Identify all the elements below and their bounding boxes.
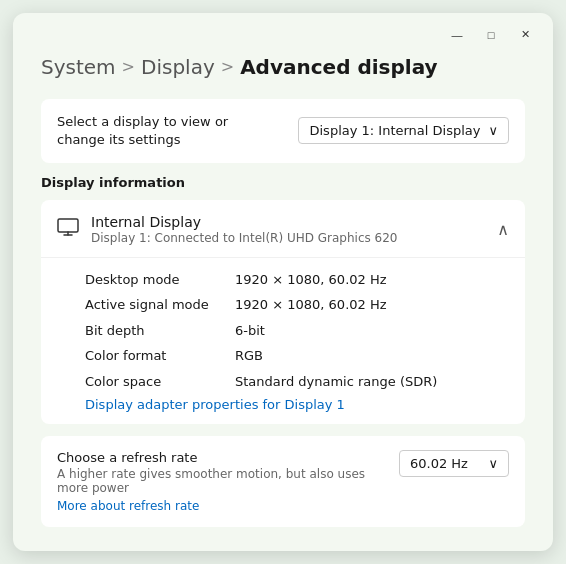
display-information-section: Display information Internal	[41, 175, 525, 425]
display-selector-label: Select a display to view or change its s…	[57, 113, 257, 149]
breadcrumb-current: Advanced display	[240, 55, 437, 79]
detail-row-signal-mode: Active signal mode 1920 × 1080, 60.02 Hz	[85, 295, 509, 315]
breadcrumb-separator-1: >	[122, 57, 135, 76]
refresh-description: A higher rate gives smoother motion, but…	[57, 467, 399, 495]
detail-row-color-format: Color format RGB	[85, 346, 509, 366]
detail-key-desktop-mode: Desktop mode	[85, 270, 235, 290]
refresh-info: Choose a refresh rate A higher rate give…	[57, 450, 399, 513]
titlebar: — □ ✕	[13, 13, 553, 47]
maximize-button[interactable]: □	[475, 23, 507, 47]
detail-key-color-space: Color space	[85, 372, 235, 392]
minimize-button[interactable]: —	[441, 23, 473, 47]
refresh-rate-dropdown[interactable]: 60.02 Hz ∨	[399, 450, 509, 477]
detail-value-color-format: RGB	[235, 346, 263, 366]
display-header: Internal Display Display 1: Connected to…	[41, 200, 525, 258]
detail-value-color-space: Standard dynamic range (SDR)	[235, 372, 437, 392]
display-selector-dropdown[interactable]: Display 1: Internal Display ∨	[298, 117, 509, 144]
breadcrumb-system[interactable]: System	[41, 55, 116, 79]
more-about-refresh-rate-link[interactable]: More about refresh rate	[57, 499, 199, 513]
display-header-left: Internal Display Display 1: Connected to…	[57, 214, 398, 245]
main-content: System > Display > Advanced display Sele…	[13, 47, 553, 552]
detail-row-desktop-mode: Desktop mode 1920 × 1080, 60.02 Hz	[85, 270, 509, 290]
monitor-icon	[57, 218, 79, 240]
display-name: Internal Display	[91, 214, 398, 230]
detail-key-signal-mode: Active signal mode	[85, 295, 235, 315]
breadcrumb-separator-2: >	[221, 57, 234, 76]
detail-value-bit-depth: 6-bit	[235, 321, 265, 341]
refresh-label: Choose a refresh rate	[57, 450, 399, 465]
display-name-block: Internal Display Display 1: Connected to…	[91, 214, 398, 245]
adapter-properties-link[interactable]: Display adapter properties for Display 1	[85, 397, 509, 412]
display-info-card: Internal Display Display 1: Connected to…	[41, 200, 525, 425]
detail-value-signal-mode: 1920 × 1080, 60.02 Hz	[235, 295, 387, 315]
detail-row-bit-depth: Bit depth 6-bit	[85, 321, 509, 341]
svg-rect-0	[58, 219, 78, 232]
detail-key-color-format: Color format	[85, 346, 235, 366]
detail-key-bit-depth: Bit depth	[85, 321, 235, 341]
detail-value-desktop-mode: 1920 × 1080, 60.02 Hz	[235, 270, 387, 290]
chevron-down-refresh-icon: ∨	[488, 456, 498, 471]
display-selector-value: Display 1: Internal Display	[309, 123, 480, 138]
close-button[interactable]: ✕	[509, 23, 541, 47]
display-select-row: Select a display to view or change its s…	[57, 113, 509, 149]
chevron-down-icon: ∨	[488, 123, 498, 138]
detail-row-color-space: Color space Standard dynamic range (SDR)	[85, 372, 509, 392]
breadcrumb-display[interactable]: Display	[141, 55, 215, 79]
display-selector-card: Select a display to view or change its s…	[41, 99, 525, 163]
refresh-rate-card: Choose a refresh rate A higher rate give…	[41, 436, 525, 527]
display-details: Desktop mode 1920 × 1080, 60.02 Hz Activ…	[41, 258, 525, 425]
refresh-header: Choose a refresh rate A higher rate give…	[57, 450, 509, 513]
display-information-title: Display information	[41, 175, 525, 190]
refresh-rate-value: 60.02 Hz	[410, 456, 468, 471]
window: — □ ✕ System > Display > Advanced displa…	[13, 13, 553, 552]
breadcrumb: System > Display > Advanced display	[41, 55, 525, 79]
display-subtitle: Display 1: Connected to Intel(R) UHD Gra…	[91, 231, 398, 245]
chevron-up-icon[interactable]: ∧	[497, 220, 509, 239]
